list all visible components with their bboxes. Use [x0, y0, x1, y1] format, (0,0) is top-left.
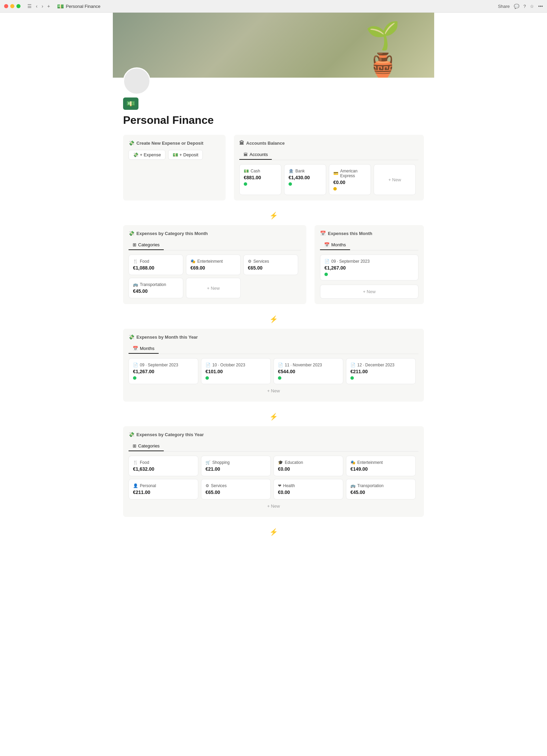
- minimize-button[interactable]: [10, 4, 14, 8]
- amex-status-dot: [333, 187, 337, 191]
- my-dec-amount: €211.00: [350, 369, 411, 374]
- ent-month-amount: €69.00: [190, 265, 236, 271]
- category-card-services-month[interactable]: ⚙ Services €65.00: [243, 255, 298, 275]
- add-deposit-button[interactable]: 💵 + Deposit: [168, 150, 203, 160]
- maximize-button[interactable]: [16, 4, 21, 8]
- new-account-card[interactable]: + New: [374, 164, 416, 195]
- my-nov-name: 📄 11 · November 2023: [278, 363, 339, 367]
- help-icon[interactable]: ?: [523, 4, 526, 9]
- month-year-card-nov[interactable]: 📄 11 · November 2023 €544.00: [274, 358, 343, 384]
- trans-month-amount: €45.00: [133, 288, 179, 294]
- accounts-block-title: 🏛 Accounts Balance: [239, 140, 418, 146]
- my-oct-icon: 📄: [205, 363, 211, 367]
- month-card-sep[interactable]: 📄 09 · September 2023 €1,267.00: [320, 255, 418, 281]
- avatar: [123, 67, 150, 95]
- accounts-title-icon: 🏛: [239, 140, 244, 146]
- months-year-tab-label: Months: [140, 346, 155, 351]
- bolt-divider-2: ⚡: [123, 310, 424, 329]
- tab-months-year[interactable]: 📅 Months: [129, 344, 159, 354]
- accounts-tab-icon: 🏛: [243, 152, 248, 157]
- my-oct-amount: €101.00: [205, 369, 266, 374]
- cash-status-dot: [244, 182, 247, 186]
- cy-health-name: ❤ Health: [278, 483, 339, 488]
- bank-status-dot: [289, 182, 292, 186]
- category-card-transport-month[interactable]: 🚌 Transportation €45.00: [129, 278, 183, 298]
- my-dec-icon: 📄: [350, 363, 356, 367]
- bolt-icon-1: ⚡: [269, 211, 278, 220]
- month-year-card-dec[interactable]: 📄 12 · December 2023 €211.00: [346, 358, 416, 384]
- browser-chrome: ☰ ‹ › + 💵 Personal Finance Share 💬 ? ☆ •…: [0, 0, 547, 13]
- month-cards-current: 📄 09 · September 2023 €1,267.00 + New: [320, 255, 418, 299]
- cy-edu-icon: 🎓: [278, 460, 283, 465]
- amex-icon: 💳: [333, 171, 338, 176]
- add-tab-button[interactable]: +: [46, 3, 51, 10]
- account-card-bank[interactable]: 🏦 Bank €1,430.00: [284, 164, 326, 195]
- my-sep-amount: €1,267.00: [133, 369, 194, 374]
- new-category-month[interactable]: + New: [186, 278, 241, 298]
- month-year-card-oct[interactable]: 📄 10 · October 2023 €101.00: [201, 358, 271, 384]
- bank-card-name: 🏦 Bank: [289, 169, 322, 173]
- my-oct-dot: [205, 376, 209, 380]
- forward-button[interactable]: ›: [40, 3, 45, 10]
- cat-year-food[interactable]: 🍴 Food €1,632.00: [129, 456, 198, 476]
- cat-year-transport[interactable]: 🚌 Transportation €45.00: [346, 479, 416, 499]
- cat-year-shopping[interactable]: 🛒 Shopping €21.00: [201, 456, 271, 476]
- bank-icon: 🏦: [289, 169, 294, 173]
- share-button[interactable]: Share: [498, 4, 510, 9]
- cash-amount: €881.00: [244, 175, 277, 180]
- cy-svc-amount: €65.00: [205, 490, 266, 495]
- traffic-lights: [4, 4, 21, 8]
- cy-pers-amount: €211.00: [133, 490, 194, 495]
- ent-month-icon: 🎭: [190, 259, 196, 264]
- middle-section-row: 💸 Expenses by Category this Month ⊞ Cate…: [123, 225, 424, 304]
- account-card-amex[interactable]: 💳 American Express €0.00: [329, 164, 371, 195]
- category-card-food-month[interactable]: 🍴 Food €1,088.00: [129, 255, 183, 275]
- cat-year-education[interactable]: 🎓 Education €0.00: [274, 456, 343, 476]
- cat-year-services[interactable]: ⚙ Services €65.00: [201, 479, 271, 499]
- new-cat-year[interactable]: + New: [129, 501, 418, 511]
- comment-icon[interactable]: 💬: [514, 4, 519, 9]
- expense-btn-label: + Expense: [140, 152, 161, 157]
- cat-tab-label: Categories: [138, 242, 160, 247]
- browser-actions: Share 💬 ? ☆ •••: [498, 4, 543, 9]
- add-expense-button[interactable]: 💸 + Expense: [129, 150, 165, 160]
- cat-year-entertainment[interactable]: 🎭 Enterteinment €149.00: [346, 456, 416, 476]
- cat-month-tab-bar: ⊞ Categories: [129, 240, 301, 250]
- back-button[interactable]: ‹: [35, 3, 39, 10]
- more-icon[interactable]: •••: [538, 4, 543, 9]
- tab-categories-month[interactable]: ⊞ Categories: [129, 240, 164, 250]
- star-icon[interactable]: ☆: [530, 4, 534, 9]
- page-title: Personal Finance: [123, 114, 424, 127]
- tab-months-expense[interactable]: 📅 Months: [320, 240, 350, 250]
- menu-button[interactable]: ☰: [26, 3, 33, 10]
- new-month-current[interactable]: + New: [320, 285, 418, 299]
- tab-accounts[interactable]: 🏛 Accounts: [239, 150, 272, 160]
- cat-year-health[interactable]: ❤ Health €0.00: [274, 479, 343, 499]
- accounts-cards-grid: 💵 Cash €881.00 🏦 Bank €1,430.00: [239, 164, 418, 195]
- account-card-cash[interactable]: 💵 Cash €881.00: [239, 164, 281, 195]
- tab-categories-year[interactable]: ⊞ Categories: [129, 441, 164, 451]
- food-month-icon: 🍴: [133, 259, 138, 264]
- svc-month-icon: ⚙: [248, 259, 252, 264]
- trans-month-icon: 🚌: [133, 282, 138, 287]
- category-card-entertainment-month[interactable]: 🎭 Enterteinment €69.00: [186, 255, 241, 275]
- deposit-btn-label: + Deposit: [179, 152, 198, 157]
- month-year-card-sep[interactable]: 📄 09 · September 2023 €1,267.00: [129, 358, 198, 384]
- cat-year-text: Expenses by Category this Year: [136, 432, 204, 437]
- exp-month-year-icon: 💸: [129, 334, 134, 340]
- cat-month-title-icon: 💸: [129, 231, 134, 236]
- cy-ent-name: 🎭 Enterteinment: [350, 460, 411, 465]
- new-month-year[interactable]: + New: [129, 386, 418, 396]
- close-button[interactable]: [4, 4, 8, 8]
- cat-year-personal[interactable]: 👤 Personal €211.00: [129, 479, 198, 499]
- expense-icon: 💸: [133, 152, 138, 157]
- cy-edu-amount: €0.00: [278, 466, 339, 472]
- my-sep-name: 📄 09 · September 2023: [133, 363, 194, 367]
- accounts-title-text: Accounts Balance: [246, 141, 285, 146]
- svc-month-amount: €65.00: [248, 265, 294, 271]
- deposit-icon: 💵: [173, 152, 178, 157]
- cat-year-tab-bar: ⊞ Categories: [129, 441, 418, 452]
- sep-card-amount: €1,267.00: [324, 265, 414, 271]
- my-sep-icon: 📄: [133, 363, 138, 367]
- sep-card-icon: 📄: [324, 259, 330, 264]
